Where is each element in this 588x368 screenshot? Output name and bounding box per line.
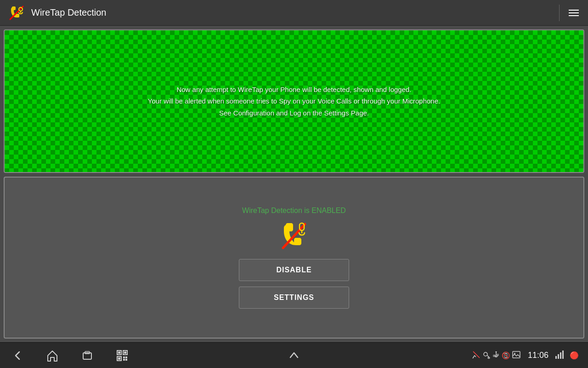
svg-rect-13 [118,357,120,360]
svg-marker-23 [495,351,497,353]
nav-center-button[interactable] [288,348,300,363]
svg-rect-9 [118,351,120,354]
svg-rect-17 [125,359,127,361]
no-signal-icon [472,351,481,360]
nav-bar: 📵 11:06 🔴 [0,342,588,368]
recents-button[interactable] [79,347,96,364]
nav-right-status: 📵 11:06 🔴 [472,351,579,361]
vertical-divider [559,5,560,21]
back-button[interactable] [9,347,26,364]
disable-button[interactable]: DISABLE [239,259,349,281]
info-line-1: Now any attempt to WireTap your Phone wi… [148,84,440,96]
status-panel: WireTap Detection is ENABLED DISABLE SET… [4,177,584,339]
warning-icon: 🔴 [570,351,579,360]
svg-rect-27 [558,354,559,359]
svg-rect-28 [560,352,561,359]
app-icon [7,4,26,22]
menu-button[interactable] [567,8,581,18]
app-title: WireTap Detection [31,7,559,18]
svg-rect-15 [125,356,127,358]
action-bar: WireTap Detection [0,0,588,26]
wiretap-status-icon [279,220,309,253]
system-clock: 11:06 [528,351,548,360]
info-line-3: See Configuration and Log on the Setting… [148,107,440,119]
green-status-panel: Now any attempt to WireTap your Phone wi… [4,29,584,173]
image-icon [512,351,520,360]
settings-button[interactable]: SETTINGS [239,287,349,309]
signal-bars-icon [555,351,564,361]
svg-rect-16 [123,359,125,361]
svg-line-18 [473,351,480,358]
nav-left-buttons [9,347,130,364]
phone-blocked-icon: 📵 [502,351,510,360]
info-line-2: Your will be alerted when someone tries … [148,95,440,107]
svg-rect-14 [123,356,125,358]
home-button[interactable] [44,347,61,364]
enabled-status-text: WireTap Detection is ENABLED [242,207,346,215]
status-icons: 📵 [472,351,520,360]
green-panel-text: Now any attempt to WireTap your Phone wi… [148,84,440,119]
svg-rect-29 [562,351,564,359]
key-icon [482,351,491,360]
svg-rect-11 [124,351,126,354]
svg-rect-26 [555,356,557,359]
usb-icon [492,351,500,360]
main-content: Now any attempt to WireTap your Phone wi… [0,26,588,342]
qr-button[interactable] [114,347,130,364]
